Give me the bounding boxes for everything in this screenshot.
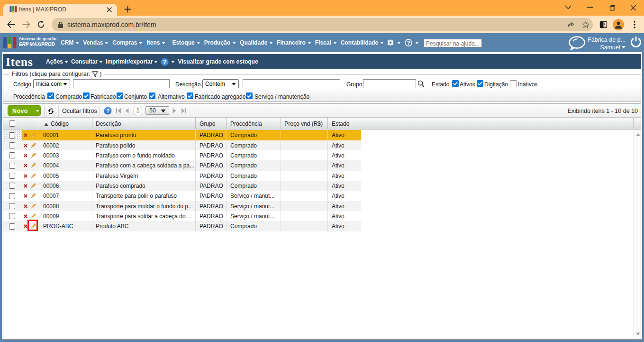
svg-text:?: ? <box>106 108 109 114</box>
svg-text:?: ? <box>163 58 166 65</box>
svg-text:?: ? <box>407 40 410 46</box>
